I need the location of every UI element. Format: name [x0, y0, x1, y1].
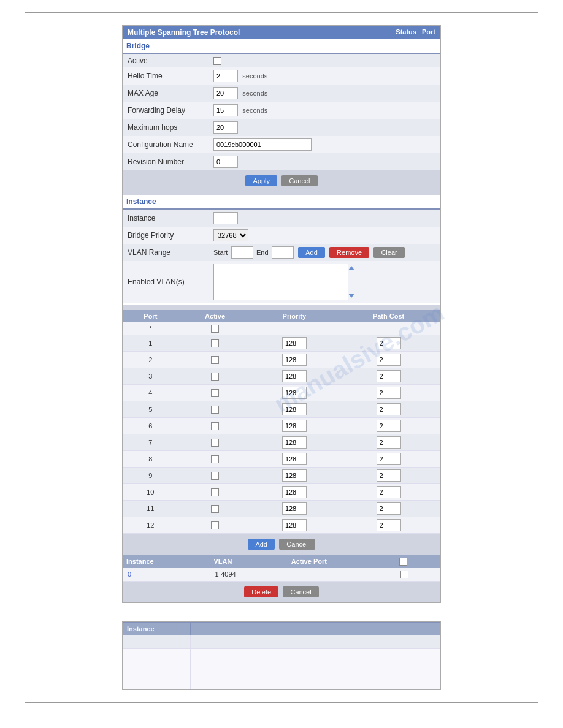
bridge-cancel-button[interactable]: Cancel: [282, 175, 317, 186]
port-active-checkbox[interactable]: [211, 356, 219, 364]
field-config-name: Configuration Name: [123, 136, 440, 153]
port-row: *: [123, 322, 440, 335]
port-active-checkbox[interactable]: [211, 373, 219, 381]
path-cost-input[interactable]: [377, 370, 401, 382]
il-vlan-header: VLAN: [210, 555, 287, 568]
path-cost-input[interactable]: [377, 387, 401, 399]
path-cost-cell: [337, 517, 440, 533]
max-age-input[interactable]: [213, 87, 238, 99]
bridge-apply-button[interactable]: Apply: [245, 175, 277, 186]
path-cost-input[interactable]: [377, 502, 401, 515]
path-cost-input[interactable]: [377, 469, 401, 482]
path-cost-input[interactable]: [377, 337, 401, 349]
path-cost-input[interactable]: [377, 420, 401, 432]
port-active-checkbox[interactable]: [211, 389, 219, 397]
instance-cancel-button[interactable]: Cancel: [279, 539, 315, 550]
path-cost-cell: [337, 322, 440, 335]
path-cost-cell: [337, 401, 440, 417]
forwarding-delay-input[interactable]: [213, 104, 238, 116]
bottom-td-2-1: [123, 649, 191, 662]
priority-cell: [252, 500, 337, 517]
port-active-checkbox[interactable]: [211, 406, 219, 414]
active-checkbox[interactable]: [213, 57, 221, 65]
scroll-down-icon[interactable]: [348, 294, 354, 298]
il-checkbox-header: [396, 555, 440, 568]
priority-cell: [252, 384, 337, 401]
priority-cell: [252, 368, 337, 384]
port-cell: 10: [123, 483, 178, 500]
port-table: Port Active Priority Path Cost * 1 2: [123, 310, 440, 534]
bottom-th-instance: Instance: [123, 623, 191, 635]
priority-input[interactable]: [282, 403, 307, 415]
instance-add-button[interactable]: Add: [248, 539, 275, 550]
vlan-clear-button[interactable]: Clear: [373, 247, 404, 258]
priority-input[interactable]: [282, 486, 307, 498]
max-hops-input[interactable]: [213, 121, 238, 134]
field-max-hops: Maximum hops: [123, 119, 440, 136]
port-cell: 2: [123, 351, 178, 368]
priority-input[interactable]: [282, 337, 307, 349]
priority-input[interactable]: [282, 387, 307, 399]
delete-button[interactable]: Delete: [244, 586, 278, 597]
panel-title: Multiple Spanning Tree Protocol: [128, 28, 240, 37]
priority-input[interactable]: [282, 453, 307, 465]
instance-label: Instance: [123, 210, 209, 227]
priority-cell: [252, 483, 337, 500]
priority-input[interactable]: [282, 502, 307, 515]
path-cost-cell: [337, 417, 440, 434]
priority-input[interactable]: [282, 469, 307, 482]
priority-input[interactable]: [282, 519, 307, 531]
vlan-add-button[interactable]: Add: [298, 247, 325, 258]
bridge-section-label: Bridge: [123, 39, 440, 53]
vlan-remove-button[interactable]: Remove: [329, 247, 369, 258]
max-age-unit: seconds: [242, 89, 267, 97]
port-cell: 1: [123, 335, 178, 351]
port-active-checkbox[interactable]: [211, 422, 219, 430]
port-active-checkbox[interactable]: [211, 472, 219, 480]
list-cancel-button[interactable]: Cancel: [283, 586, 318, 597]
status-link[interactable]: Status: [396, 28, 416, 36]
field-bridge-priority: Bridge Priority 4096 8192 12288 16384 20…: [123, 227, 440, 244]
bottom-divider: [25, 702, 538, 703]
field-revision-number: Revision Number: [123, 153, 440, 170]
row-checkbox[interactable]: [400, 571, 408, 578]
priority-input[interactable]: [282, 420, 307, 432]
select-all-checkbox[interactable]: [399, 558, 407, 566]
port-link[interactable]: Port: [422, 28, 435, 36]
port-active-checkbox[interactable]: [211, 521, 219, 529]
port-active-checkbox[interactable]: [211, 439, 219, 447]
path-cost-input[interactable]: [377, 436, 401, 449]
vlan-start-input[interactable]: [231, 246, 253, 259]
path-cost-input[interactable]: [377, 453, 401, 465]
instance-link[interactable]: 0: [128, 571, 131, 578]
port-active-checkbox[interactable]: [211, 339, 219, 347]
path-cost-input[interactable]: [377, 403, 401, 415]
priority-cell: [252, 401, 337, 417]
port-active-checkbox[interactable]: [211, 455, 219, 463]
priority-input[interactable]: [282, 370, 307, 382]
path-cost-input[interactable]: [377, 519, 401, 531]
instance-input[interactable]: [213, 212, 238, 224]
scroll-up-icon[interactable]: [348, 266, 354, 270]
priority-cell: [252, 335, 337, 351]
vlan-end-input[interactable]: [272, 246, 294, 259]
enabled-vlans-textarea[interactable]: [213, 264, 348, 300]
path-cost-input[interactable]: [377, 486, 401, 498]
port-active-checkbox[interactable]: [211, 488, 219, 496]
revision-number-input[interactable]: [213, 156, 238, 168]
path-cost-cell: [337, 351, 440, 368]
bridge-priority-label: Bridge Priority: [123, 227, 209, 244]
active-cell: [178, 335, 252, 351]
bottom-td-3-1: [123, 662, 191, 689]
bottom-table-row-1: [123, 635, 440, 649]
port-table-body: * 1 2 3 4: [123, 322, 440, 533]
bridge-priority-select[interactable]: 4096 8192 12288 16384 20480 24576 28672 …: [213, 229, 248, 241]
port-active-checkbox[interactable]: [211, 505, 219, 513]
priority-input[interactable]: [282, 436, 307, 449]
hello-time-input[interactable]: [213, 70, 238, 82]
port-active-checkbox[interactable]: [211, 325, 219, 333]
config-name-input[interactable]: [213, 138, 312, 151]
instance-form-table: Instance Bridge Priority 4096 8192 12288…: [123, 210, 440, 303]
priority-input[interactable]: [282, 354, 307, 366]
path-cost-input[interactable]: [377, 354, 401, 366]
